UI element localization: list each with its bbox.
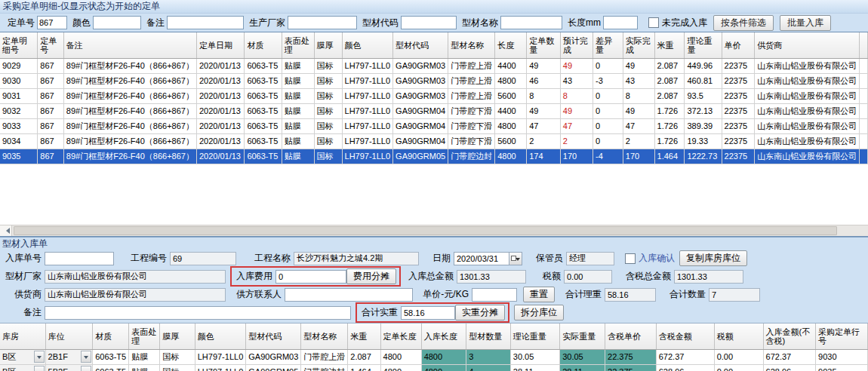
cell[interactable]: 89#门框型材F26-F40（866+867） [63, 104, 196, 119]
cell[interactable]: 22.375 [605, 350, 657, 365]
cell[interactable]: 2020/01/13 [196, 149, 244, 164]
cell[interactable]: 28.11 [510, 365, 559, 371]
cell[interactable]: 4800 [495, 74, 527, 89]
cell[interactable]: 2.087 [348, 350, 380, 365]
cell[interactable]: 6063-T5 [245, 119, 282, 134]
cell[interactable]: 贴膜 [129, 365, 160, 371]
filter-input-2[interactable] [167, 16, 244, 29]
cell[interactable]: 2.087 [654, 59, 685, 74]
dropdown-arrow-icon[interactable] [34, 366, 45, 371]
table-row[interactable]: 903086789#门框型材F26-F40（866+867）2020/01/13… [0, 74, 868, 89]
cell[interactable]: 山东南山铝业股份有限公司 [755, 59, 860, 74]
cell[interactable]: 22375 [722, 104, 755, 119]
filter-input-3[interactable] [288, 16, 357, 29]
dropdown-arrow-icon[interactable] [34, 351, 45, 363]
cell[interactable]: 山东南山铝业股份有限公司 [755, 74, 860, 89]
cell[interactable]: 47 [623, 119, 654, 134]
cell[interactable]: 93.5 [685, 89, 722, 104]
cell[interactable] [860, 104, 868, 119]
cell[interactable]: 门带腔下滑 [448, 104, 495, 119]
cell[interactable]: 国标 [314, 134, 342, 149]
cell[interactable]: 22375 [722, 74, 755, 89]
cell[interactable]: 0 [593, 89, 623, 104]
cell[interactable]: GA90GRM04 [393, 104, 448, 119]
cell[interactable] [860, 89, 868, 104]
cell[interactable]: 国标 [160, 350, 195, 365]
cell[interactable]: 6063-T5 [245, 59, 282, 74]
actual-weight-share-button[interactable]: 实重分摊 [455, 305, 505, 320]
inbound-fee-input[interactable] [275, 270, 346, 284]
cell[interactable]: 国标 [314, 89, 342, 104]
cell[interactable]: 5B2F [45, 365, 93, 371]
cell[interactable]: 0.00 [714, 350, 763, 365]
cell[interactable]: 4800 [380, 350, 421, 365]
cell[interactable]: 1.726 [654, 134, 685, 149]
cell[interactable]: 贴膜 [282, 104, 314, 119]
cell[interactable]: 6063-T5 [245, 149, 282, 164]
cell[interactable]: 49 [560, 59, 593, 74]
cell[interactable]: GA90GRM05 [393, 149, 448, 164]
cell[interactable]: 门带腔下滑 [448, 119, 495, 134]
cell[interactable]: B区 [0, 350, 45, 365]
cell[interactable]: 4400 [495, 104, 527, 119]
cell[interactable]: 30.05 [560, 350, 605, 365]
unit-price-input[interactable] [472, 288, 517, 302]
cell[interactable]: 89#门框型材F26-F40（866+867） [63, 149, 196, 164]
cell[interactable]: 6063-T5 [245, 89, 282, 104]
cell[interactable]: 9032 [0, 104, 38, 119]
inbound-no-input[interactable] [45, 252, 114, 265]
cell[interactable]: 国标 [314, 59, 342, 74]
cell[interactable]: 6063-T5 [245, 74, 282, 89]
cell[interactable]: 628.96 [656, 365, 714, 371]
cell[interactable]: GA90GRM05 [246, 365, 301, 371]
cell[interactable]: 89#门框型材F26-F40（866+867） [63, 59, 196, 74]
filter-by-condition-button[interactable]: 按条件筛选 [713, 15, 774, 31]
cell[interactable]: 170 [560, 149, 593, 164]
cell[interactable]: 门带腔边封 [301, 365, 348, 371]
inbound-confirm-checkbox[interactable] [625, 253, 636, 264]
contact-input[interactable] [285, 288, 413, 302]
table-row[interactable]: B区5B2F6063-T5贴膜国标LH797-1LL0GA90GRM05门带腔边… [0, 365, 868, 371]
cell[interactable]: GA90GRM04 [393, 119, 448, 134]
cell[interactable]: 9035 [0, 149, 38, 164]
cell[interactable]: 山东南山铝业股份有限公司 [755, 134, 860, 149]
cell[interactable]: 2B1F [45, 350, 93, 365]
cell[interactable] [860, 149, 868, 164]
cell[interactable]: GA90GRM04 [393, 134, 448, 149]
cell[interactable]: 2 [560, 134, 593, 149]
cell[interactable]: 449.96 [685, 59, 722, 74]
cell[interactable]: 门带腔上滑 [448, 89, 495, 104]
cell[interactable]: 山东南山铝业股份有限公司 [755, 89, 860, 104]
dropdown-arrow-icon[interactable] [81, 351, 91, 363]
cell[interactable]: 6063-T5 [245, 104, 282, 119]
cell[interactable]: 30.05 [510, 350, 559, 365]
cell[interactable]: 2.087 [654, 89, 685, 104]
cell[interactable]: LH797-1LL0 [342, 149, 393, 164]
cell[interactable] [860, 74, 868, 89]
table-row[interactable]: 903486789#门框型材F26-F40（866+867）2020/01/13… [0, 134, 868, 149]
cell[interactable]: 89#门框型材F26-F40（866+867） [63, 74, 196, 89]
cell[interactable]: 672.37 [656, 350, 714, 365]
dropdown-arrow-icon[interactable] [81, 366, 91, 371]
cell[interactable]: 6063-T5 [245, 134, 282, 149]
cell[interactable]: 门带腔上滑 [448, 74, 495, 89]
cell[interactable]: 9030 [0, 74, 38, 89]
cell[interactable]: 372.13 [685, 104, 722, 119]
cell[interactable]: 867 [38, 104, 64, 119]
cell[interactable]: 门带腔下滑 [448, 134, 495, 149]
cell[interactable]: 国标 [314, 119, 342, 134]
cell[interactable]: 5600 [495, 134, 527, 149]
cell[interactable] [860, 119, 868, 134]
cell[interactable]: 389.39 [685, 119, 722, 134]
cell[interactable]: LH797-1LL0 [342, 74, 393, 89]
split-location-button[interactable]: 拆分库位 [514, 305, 564, 320]
table-row[interactable]: 903286789#门框型材F26-F40（866+867）2020/01/13… [0, 104, 868, 119]
cell[interactable]: 22375 [722, 119, 755, 134]
unfinished-inbound-checkbox[interactable] [648, 17, 659, 28]
cell[interactable]: 22375 [722, 89, 755, 104]
cell[interactable]: 4800 [421, 350, 466, 365]
cell[interactable]: 9029 [0, 59, 38, 74]
cell[interactable]: 5600 [495, 89, 527, 104]
cell[interactable]: 8 [527, 89, 561, 104]
cell[interactable]: 867 [38, 74, 64, 89]
